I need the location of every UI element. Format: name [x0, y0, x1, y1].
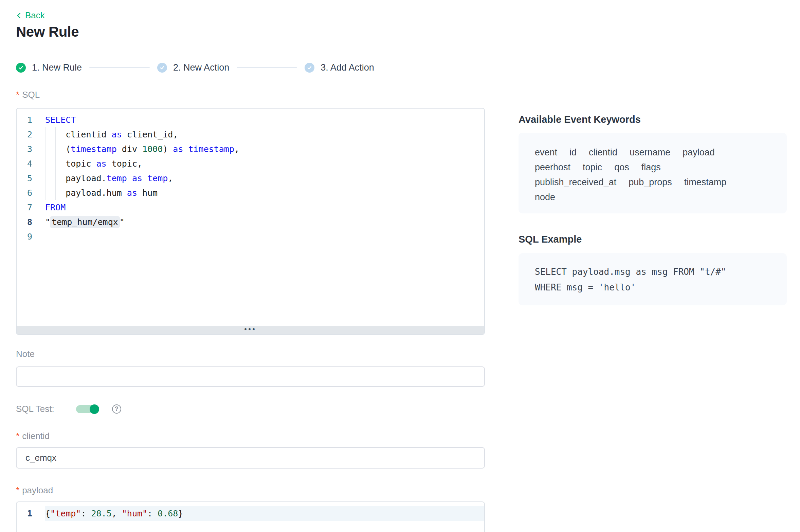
code-line: 8"temp_hum/emqx" — [17, 215, 484, 229]
line-number: 7 — [17, 200, 45, 215]
code-line: 4 topic as topic, — [17, 156, 484, 171]
indent-guide — [55, 127, 56, 200]
code-token: as — [96, 159, 107, 169]
step-check-icon — [16, 63, 26, 73]
step-label: 3. Add Action — [321, 62, 374, 73]
code-text: (timestamp div 1000) as timestamp, — [45, 142, 484, 156]
payload-code-editor[interactable]: 1{"temp": 28.5, "hum": 0.68} — [16, 501, 485, 532]
toggle-knob — [90, 404, 99, 414]
code-token: as — [127, 188, 137, 198]
line-number: 9 — [17, 229, 45, 244]
code-token: { — [45, 509, 50, 518]
code-token: FROM — [45, 203, 66, 212]
step-check-icon — [157, 63, 167, 73]
payload-field-label: * payload — [16, 485, 53, 496]
new-rule-page: Back New Rule 1. New Rule2. New Action3.… — [0, 0, 800, 532]
code-token: ) — [163, 144, 173, 154]
code-token: 0.68 — [158, 509, 178, 518]
code-text — [45, 229, 484, 244]
event-keyword: event — [535, 145, 557, 160]
step-label: 2. New Action — [173, 62, 229, 73]
line-number: 4 — [17, 156, 45, 171]
code-token: temp — [147, 173, 168, 183]
keywords-box: eventidclientidusernamepayloadpeerhostto… — [519, 133, 787, 213]
code-token: as — [132, 173, 142, 183]
code-token: "hum" — [122, 509, 147, 518]
event-keyword: id — [569, 145, 577, 160]
required-marker: * — [16, 485, 19, 496]
keyword-row: eventidclientidusernamepayload — [535, 145, 772, 160]
event-keyword: peerhost — [535, 160, 570, 175]
code-token: payload.hum — [45, 188, 127, 198]
indent-guide — [46, 127, 46, 200]
code-token: payload. — [45, 173, 107, 183]
code-token: as — [112, 130, 122, 139]
code-token: , — [234, 144, 239, 154]
sql-test-label: SQL Test: — [16, 404, 54, 414]
event-keyword: node — [535, 190, 555, 205]
code-text: payload.temp as temp, — [45, 171, 484, 186]
note-input[interactable] — [16, 366, 485, 387]
code-token: ( — [45, 144, 71, 154]
sql-code-area[interactable]: 1SELECT2 clientid as client_id,3 (timest… — [17, 109, 484, 326]
clientid-field-label: * clientid — [16, 431, 50, 441]
code-token: , — [168, 173, 173, 183]
payload-code-area[interactable]: 1{"temp": 28.5, "hum": 0.68} — [17, 502, 484, 521]
event-keyword: pub_props — [629, 175, 672, 190]
help-icon[interactable]: ? — [112, 404, 121, 414]
code-token: : — [81, 509, 91, 518]
keyword-row: peerhosttopicqosflags — [535, 160, 772, 175]
sql-example-title: SQL Example — [519, 234, 787, 245]
line-number: 1 — [17, 506, 45, 521]
step-connector — [89, 67, 150, 68]
code-token — [183, 144, 188, 154]
code-line: 6 payload.hum as hum — [17, 186, 484, 200]
code-line: 9 — [17, 229, 484, 244]
code-token: temp_hum/emqx — [50, 216, 120, 228]
code-text: "temp_hum/emqx" — [45, 215, 484, 229]
code-token: } — [178, 509, 183, 518]
code-token: 1000 — [142, 144, 163, 154]
code-token: topic, — [107, 159, 142, 169]
keyword-row: node — [535, 190, 772, 205]
step-2: 2. New Action — [157, 62, 229, 73]
chevron-left-icon — [16, 12, 22, 19]
step-indicator: 1. New Rule2. New Action3. Add Action — [16, 62, 374, 73]
code-token: : — [147, 509, 158, 518]
help-panel: Available Event Keywords eventidclientid… — [519, 114, 787, 305]
code-line: 2 clientid as client_id, — [17, 127, 484, 142]
editor-resize-handle[interactable]: ••• — [17, 326, 484, 334]
code-line: 1{"temp": 28.5, "hum": 0.68} — [17, 506, 484, 521]
code-token: hum — [137, 188, 158, 198]
code-token: timestamp — [188, 144, 234, 154]
clientid-input[interactable] — [16, 447, 485, 469]
event-keyword: timestamp — [684, 175, 727, 190]
code-text: FROM — [45, 200, 484, 215]
code-token: 28.5 — [91, 509, 111, 518]
sql-code-editor[interactable]: 1SELECT2 clientid as client_id,3 (timest… — [16, 108, 485, 335]
code-token: " — [45, 217, 50, 227]
event-keyword: topic — [583, 160, 602, 175]
step-connector — [237, 67, 297, 68]
sql-example-box: SELECT payload.msg as msg FROM "t/#"WHER… — [519, 253, 787, 305]
back-label: Back — [25, 10, 45, 21]
sql-test-row: SQL Test: ? — [16, 404, 121, 414]
back-link[interactable]: Back — [16, 10, 45, 21]
sql-test-toggle[interactable] — [76, 405, 98, 413]
code-token: as — [173, 144, 183, 154]
code-line: 1SELECT — [17, 113, 484, 127]
code-token: SELECT — [45, 115, 76, 125]
code-text: payload.hum as hum — [45, 186, 484, 200]
required-marker: * — [16, 90, 19, 100]
line-number: 1 — [17, 113, 45, 127]
code-text: SELECT — [45, 113, 484, 127]
event-keyword: clientid — [589, 145, 617, 160]
code-line: 5 payload.temp as temp, — [17, 171, 484, 186]
resize-dots-icon: ••• — [244, 326, 256, 332]
code-token — [142, 173, 147, 183]
event-keyword: payload — [683, 145, 715, 160]
line-number: 6 — [17, 186, 45, 200]
required-marker: * — [16, 431, 19, 441]
code-token: topic — [45, 159, 96, 169]
code-token: "temp" — [50, 509, 81, 518]
